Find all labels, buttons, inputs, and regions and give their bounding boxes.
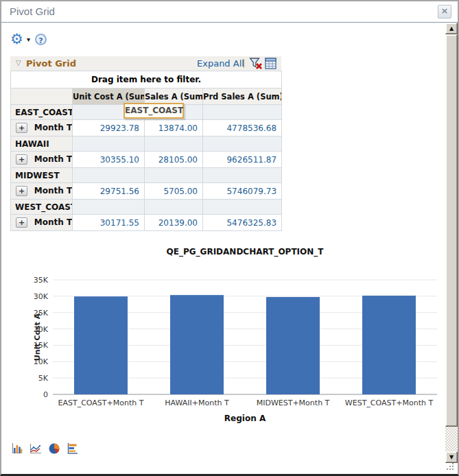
value-cell[interactable]: 29923.78 (73, 120, 145, 136)
value-cell[interactable]: 4778536.68 (203, 120, 282, 136)
corner-cell (11, 88, 73, 105)
value-cell[interactable]: 5476325.83 (203, 215, 282, 231)
pivot-grid-section-header: ▽ Pivot Grid Expand All | (10, 56, 281, 71)
region-spacer-cell (73, 200, 145, 215)
expand-row-button[interactable]: + (16, 186, 27, 196)
chart-title: QE_PG_GRIDANDCHART_OPTION_T (167, 247, 325, 257)
drag-ghost-tooltip: EAST_COAST (123, 103, 184, 119)
expand-row-button[interactable]: + (16, 217, 27, 228)
value-cell[interactable]: 5705.00 (145, 183, 203, 200)
line-chart-icon[interactable] (30, 442, 42, 455)
y-tick-label: 35K (34, 276, 49, 285)
bar-chart-icon[interactable] (11, 442, 23, 455)
section-title: Pivot Grid (26, 58, 76, 69)
value-cell[interactable]: 9626511.87 (203, 152, 282, 168)
region-label[interactable]: EAST_COAST (11, 105, 73, 120)
modal-title: Pivot Grid (10, 5, 55, 17)
row-header-cell: + Month T (11, 215, 73, 231)
horizontal-bar-chart-icon[interactable] (67, 442, 79, 455)
region-spacer-cell (203, 105, 282, 120)
region-label[interactable]: MIDWEST (11, 168, 73, 183)
region-spacer-cell (203, 168, 282, 183)
bar[interactable] (170, 295, 224, 394)
value-cell[interactable]: 29751.56 (73, 183, 145, 200)
table-row: HAWAII (11, 136, 282, 152)
scroll-down-button[interactable]: ▼ (445, 451, 458, 463)
region-spacer-cell (145, 168, 203, 183)
expand-row-button[interactable]: + (16, 154, 27, 165)
region-spacer-cell (203, 200, 282, 215)
region-spacer-cell (73, 168, 145, 183)
table-row: + Month T 30355.10 28105.00 9626511.87 (11, 152, 282, 168)
region-spacer-cell (145, 200, 203, 215)
value-cell[interactable]: 28105.00 (145, 152, 203, 168)
table-row: + Month T 29923.78 13874.00 4778536.68 (11, 120, 282, 136)
table-row: MIDWEST (11, 168, 282, 183)
y-tick-label: 30K (34, 292, 49, 301)
y-tick-label: 0 (43, 390, 48, 399)
y-tick-label: 5K (38, 374, 49, 383)
row-header-cell: + Month T (11, 183, 73, 200)
value-cell[interactable]: 5746079.73 (203, 183, 282, 200)
value-cell[interactable]: 20139.00 (145, 215, 203, 231)
region-label[interactable]: HAWAII (11, 136, 73, 152)
column-header-sales[interactable]: Sales A (Sum) (145, 88, 203, 105)
month-label[interactable]: Month T (34, 186, 72, 195)
bar[interactable] (74, 296, 128, 394)
filter-drop-zone[interactable]: Drag item here to filter. (11, 71, 282, 88)
bar[interactable] (362, 296, 416, 394)
x-tick-label: HAWAII+Month T (165, 398, 229, 407)
expand-all-link[interactable]: Expand All (197, 58, 244, 69)
grid-view-icon[interactable] (265, 58, 276, 72)
pivot-grid-table: Drag item here to filter. Unit Cost A (S… (10, 71, 282, 231)
x-tick-label: EAST_COAST+Month T (58, 398, 144, 407)
region-spacer-cell (203, 136, 282, 152)
x-tick-label: MIDWEST+Month T (257, 398, 330, 407)
modal-titlebar: Pivot Grid (1, 1, 458, 23)
month-label[interactable]: Month T (34, 217, 72, 227)
column-header-unit-cost[interactable]: Unit Cost A (Sum) (73, 88, 145, 105)
expand-row-button[interactable]: + (16, 123, 27, 133)
column-header-prd-sales[interactable]: Prd Sales A (Sum) (203, 88, 282, 105)
row-header-cell: + Month T (11, 152, 73, 168)
column-header-row: Unit Cost A (Sum) Sales A (Sum) Prd Sale… (11, 88, 282, 105)
scroll-up-button[interactable]: ▲ (445, 23, 458, 34)
region-spacer-cell (145, 136, 203, 152)
scrollbar-thumb[interactable] (445, 34, 458, 427)
chart-type-switcher (11, 442, 79, 455)
month-label[interactable]: Month T (34, 154, 72, 164)
table-row: WEST_COAST (11, 200, 282, 215)
x-axis-title: Region A (224, 414, 266, 423)
close-button[interactable]: × (438, 5, 451, 19)
separator: | (242, 58, 245, 68)
gear-icon[interactable]: ⚙ (10, 32, 23, 47)
collapse-triangle-icon[interactable]: ▽ (16, 59, 21, 67)
table-row: + Month T 30171.55 20139.00 5476325.83 (11, 215, 282, 231)
pivot-grid-modal: Pivot Grid × ⚙ ▾ ? ▽ Pivot Grid Expand A… (0, 0, 459, 476)
y-axis-title: Unit Cost A (33, 313, 42, 361)
month-label[interactable]: Month T (34, 123, 72, 132)
value-cell[interactable]: 30171.55 (73, 215, 145, 231)
help-icon[interactable]: ? (35, 34, 47, 45)
bar-chart[interactable]: 05K10K15K20K25K30K35KEAST_COAST+Month TH… (1, 243, 454, 449)
value-cell[interactable]: 30355.10 (73, 152, 145, 168)
table-row: + Month T 29751.56 5705.00 5746079.73 (11, 183, 282, 200)
pie-chart-icon[interactable] (48, 442, 60, 455)
filter-hint[interactable]: Drag item here to filter. (11, 71, 282, 88)
resize-grip[interactable] (446, 462, 455, 471)
region-label[interactable]: WEST_COAST (11, 200, 73, 215)
row-header-cell: + Month T (11, 120, 73, 136)
bar[interactable] (266, 297, 320, 394)
x-tick-label: WEST_COAST+Month T (345, 398, 434, 407)
chevron-down-icon[interactable]: ▾ (27, 36, 30, 43)
region-spacer-cell (73, 136, 145, 152)
value-cell[interactable]: 13874.00 (145, 120, 203, 136)
